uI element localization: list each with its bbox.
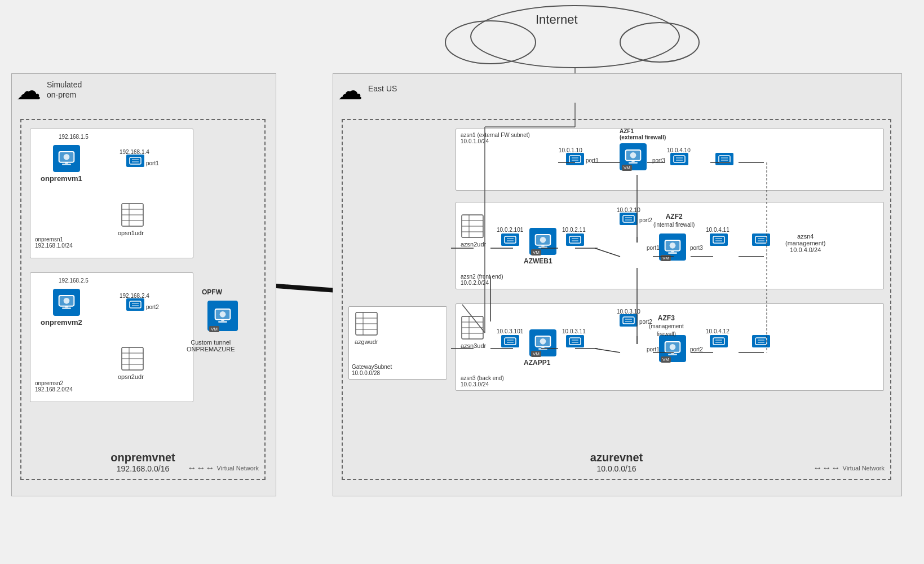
svg-rect-75 bbox=[629, 162, 638, 164]
nic-azsn3-right bbox=[752, 335, 770, 347]
svg-rect-33 bbox=[130, 157, 141, 164]
svg-rect-129 bbox=[623, 317, 634, 324]
onpremvm2-label: onpremvm2 bbox=[41, 318, 82, 327]
svg-rect-31 bbox=[62, 164, 71, 165]
onpremvm2-icon bbox=[53, 289, 80, 316]
nic-10-0-3-101 bbox=[501, 335, 519, 347]
svg-rect-96 bbox=[569, 236, 581, 243]
azsn3-subnet: azsn3 (back end)10.0.3.0/24 azsn3udr bbox=[456, 303, 884, 391]
azurevnet-box: azgwudr GatewaySubnet10.0.0.0/28 Gateway… bbox=[342, 119, 891, 480]
svg-rect-46 bbox=[130, 301, 141, 308]
onpremvm1-icon bbox=[53, 145, 80, 172]
azweb1-label: AZWEB1 bbox=[524, 257, 552, 265]
ip-10-0-4-12: 10.0.4.12 bbox=[706, 328, 730, 334]
gateway-subnet-label: GatewaySubnet10.0.0.0/28 bbox=[352, 364, 392, 376]
azsn2udr-icon bbox=[461, 214, 484, 240]
svg-rect-77 bbox=[674, 156, 685, 162]
azgwudr-label: azgwudr bbox=[355, 338, 378, 345]
svg-rect-126 bbox=[569, 338, 581, 345]
onprem-vnet-box: 192.168.1.5 onpremvm1 192.168.1.4 port1 bbox=[20, 119, 266, 480]
internet-label: Internet bbox=[536, 12, 578, 27]
port3-azf1: port3 bbox=[652, 157, 665, 164]
azurevnet-label: azurevnet 10.0.0.0/16 bbox=[590, 451, 643, 473]
ip-10-0-4-10: 10.0.4.10 bbox=[667, 147, 691, 153]
port1-azf3: port1 bbox=[647, 346, 660, 352]
onpremsn2-subnet: 192.168.2.5 onpremvm2 192.168.2.4 port2 bbox=[30, 272, 193, 402]
nic-10-0-4-10 bbox=[670, 153, 688, 165]
svg-point-2 bbox=[620, 23, 699, 62]
svg-rect-110 bbox=[755, 236, 767, 243]
nic-10-0-3-11 bbox=[566, 335, 584, 347]
azsn1-label: azsn1 (external FW subnet)10.0.1.0/24 bbox=[461, 132, 530, 144]
opsn2udr-label: opsn2udr bbox=[118, 373, 144, 380]
svg-rect-105 bbox=[668, 252, 677, 254]
svg-rect-76 bbox=[631, 161, 634, 162]
azf1-vm-badge: VM bbox=[622, 165, 632, 171]
azf2-label: AZF2(internal firewall) bbox=[653, 213, 695, 228]
opsn1udr-label: opsn1udr bbox=[118, 230, 144, 236]
azweb1-vm-badge: VM bbox=[531, 249, 541, 255]
svg-rect-80 bbox=[719, 156, 730, 162]
azf3-label: AZF3(managementfirewall) bbox=[649, 314, 684, 338]
svg-rect-95 bbox=[541, 245, 544, 247]
nic-10-0-2-101 bbox=[501, 233, 519, 246]
eastus-region-label: East US bbox=[368, 84, 397, 93]
opsn1udr-icon bbox=[121, 202, 144, 228]
azgwudr-icon bbox=[355, 311, 378, 337]
ip-10-0-2-11: 10.0.2.11 bbox=[562, 227, 586, 233]
svg-rect-99 bbox=[623, 215, 634, 222]
svg-point-56 bbox=[220, 311, 226, 318]
eastus-region: ☁ East US azgwudr Gat bbox=[333, 73, 902, 496]
eastus-vnet-type: ↔↔↔ Virtual Network bbox=[814, 463, 885, 473]
diagram-container: Internet Public IP ☁ Simulatedon-prem 19… bbox=[0, 0, 924, 564]
opfw-vm-badge: VM bbox=[209, 326, 219, 332]
onpremsn2-label: onpremsn2192.168.2.0/24 bbox=[35, 380, 73, 393]
nic-azsn1-right bbox=[715, 153, 733, 165]
onprem-vnet-label: onpremvnet 192.168.0.0/16 bbox=[110, 451, 175, 473]
port1-label-onprem: port1 bbox=[146, 160, 159, 166]
svg-rect-107 bbox=[713, 236, 724, 243]
port2-label-onprem: port2 bbox=[146, 304, 159, 310]
azapp1-label: AZAPP1 bbox=[524, 359, 550, 367]
svg-point-123 bbox=[540, 338, 546, 345]
port3-azf2: port3 bbox=[690, 245, 703, 251]
eastus-cloud-icon: ☁ bbox=[338, 78, 362, 103]
azsn2-label: azsn2 (front end)10.0.2.0/24 bbox=[461, 274, 503, 286]
svg-rect-44 bbox=[62, 307, 71, 309]
svg-rect-106 bbox=[671, 251, 674, 253]
svg-rect-45 bbox=[65, 306, 68, 308]
nic-onpremsn2 bbox=[126, 298, 144, 311]
onpremvm1-label: onpremvm1 bbox=[41, 174, 82, 183]
opfw-label: OPFW bbox=[202, 288, 222, 296]
onpremvm2-ip: 192.168.2.5 bbox=[59, 277, 89, 284]
svg-rect-137 bbox=[713, 338, 724, 345]
azsn2udr-label: azsn2udr bbox=[461, 241, 486, 248]
ip-10-0-3-11: 10.0.3.11 bbox=[562, 328, 586, 334]
nic-10-0-4-12 bbox=[710, 335, 728, 347]
svg-point-30 bbox=[64, 154, 70, 160]
azsn3-label: azsn3 (back end)10.0.3.0/24 bbox=[461, 375, 504, 387]
ip-10-0-2-101: 10.0.2.101 bbox=[497, 227, 523, 233]
azsn3udr-label: azsn3udr bbox=[461, 342, 486, 349]
onpremsn1-label: onpremsn1192.168.1.0/24 bbox=[35, 236, 73, 249]
port1-azf1: port1 bbox=[586, 157, 599, 164]
svg-point-74 bbox=[630, 152, 636, 158]
gateway-subnet-box: azgwudr GatewaySubnet10.0.0.0/28 bbox=[348, 306, 447, 380]
port1-azf2: port1 bbox=[647, 245, 660, 251]
nic-10-0-4-11 bbox=[710, 233, 728, 246]
svg-rect-32 bbox=[65, 162, 68, 164]
svg-rect-69 bbox=[569, 156, 581, 162]
ip-10-0-3-101: 10.0.3.101 bbox=[497, 328, 523, 334]
svg-rect-136 bbox=[671, 352, 674, 354]
svg-rect-94 bbox=[538, 246, 547, 248]
onpremvm1-ip: 192.168.1.5 bbox=[59, 134, 89, 140]
onprem-cloud-icon: ☁ bbox=[16, 78, 41, 103]
tunnel-label: Custom tunnelONPREMAZURE bbox=[187, 339, 235, 352]
opsn2udr-icon bbox=[121, 346, 144, 372]
svg-rect-118 bbox=[505, 338, 516, 345]
azf3-vm-badge: VM bbox=[661, 356, 671, 363]
azf1-label: AZF1(external firewall) bbox=[620, 128, 666, 140]
azsn1-subnet: azsn1 (external FW subnet)10.0.1.0/24 10… bbox=[456, 129, 884, 191]
azsn4-label: azsn4(management)10.0.4.0/24 bbox=[785, 233, 826, 253]
ip-10-0-4-11: 10.0.4.11 bbox=[706, 227, 730, 233]
